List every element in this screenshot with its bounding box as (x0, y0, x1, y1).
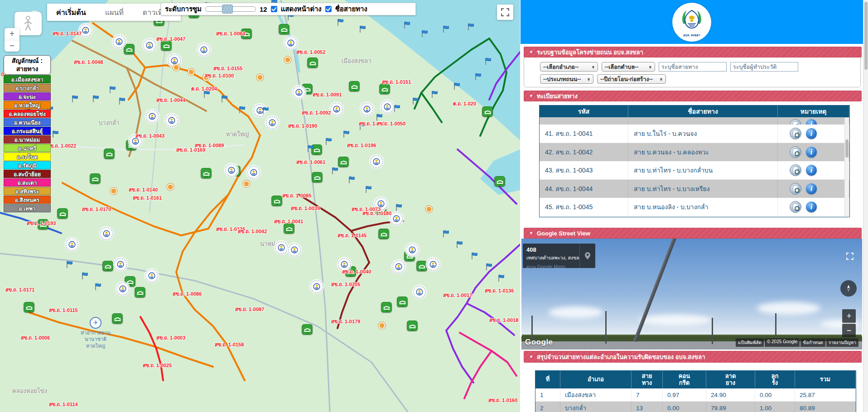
pao-emblem-marker[interactable] (427, 258, 440, 271)
pao-emblem-marker[interactable] (100, 227, 113, 240)
flag-marker[interactable] (72, 95, 78, 105)
flag-marker[interactable] (498, 274, 505, 284)
table-row[interactable]: 42. สข.ถ. 1-0042สาย บ.ควนจง - บ.คลองหวะi (540, 143, 849, 161)
subdistrict-select[interactable]: --เลือกตำบล--∨ (602, 62, 655, 72)
flag-marker[interactable] (412, 97, 419, 107)
bridge-marker[interactable] (201, 168, 212, 178)
table-row[interactable]: 43. สข.ถ. 1-0043สาย บ.ท่าไทร - บ.บางกล่ำ… (540, 161, 849, 180)
map-canvas[interactable]: สข.ถ. 1-0009สข.ถ. 1-0147สข.ถ. 1-0048สข.ถ… (0, 0, 520, 412)
flag-marker[interactable] (485, 57, 492, 67)
flag-marker[interactable] (421, 30, 428, 39)
flag-marker[interactable] (82, 272, 88, 282)
pao-emblem-marker[interactable] (392, 260, 405, 273)
show-window-checkbox[interactable] (271, 6, 277, 12)
accordion-summary[interactable]: ▼ สรุปจำนวนสายทางแต่ละอำเภอในความรับผิดช… (524, 351, 862, 363)
street-view-zoom-in-button[interactable]: + (842, 309, 856, 323)
road-type-select[interactable]: --ประเภทถนน--∨ (540, 74, 593, 84)
pao-emblem-marker[interactable] (288, 244, 301, 257)
button-map-view[interactable]: แผนที่ (105, 7, 124, 18)
flag-marker[interactable] (95, 283, 101, 292)
district-select[interactable]: --เลือกอำเภอ--∨ (540, 62, 598, 72)
accordion-filters[interactable]: ▼ ระบบฐานข้อมูลโครงข่ายถนน อบจ.สงขลา (524, 47, 862, 57)
pao-emblem-marker[interactable] (113, 35, 126, 48)
flag-marker[interactable] (221, 95, 228, 105)
pao-emblem-marker[interactable] (406, 244, 419, 257)
map-pin-icon[interactable] (579, 244, 595, 268)
bridge-marker[interactable] (135, 287, 145, 297)
pao-emblem-marker[interactable] (247, 166, 260, 179)
show-window-label[interactable]: แสดงหน้าต่าง (281, 4, 322, 14)
bridge-marker[interactable] (272, 196, 282, 206)
street-view-footer-link[interactable]: ข้อกำหนด (800, 338, 825, 347)
view-record-icon[interactable] (790, 146, 801, 158)
flag-marker[interactable] (307, 145, 314, 154)
flag-marker[interactable] (359, 25, 366, 35)
point-marker[interactable] (243, 181, 250, 187)
panel-scrollbar[interactable] (863, 0, 868, 412)
info-icon[interactable]: i (806, 119, 817, 125)
flag-marker[interactable] (404, 21, 410, 31)
flag-marker[interactable] (119, 97, 125, 107)
flag-marker[interactable] (52, 130, 59, 140)
point-marker[interactable] (379, 322, 386, 329)
bridge-marker[interactable] (397, 297, 408, 307)
info-icon[interactable]: i (806, 165, 817, 176)
pao-emblem-marker[interactable] (225, 164, 238, 177)
bridge-marker[interactable] (338, 157, 349, 167)
map-fullscreen-button[interactable] (497, 5, 513, 20)
street-view-footer-link[interactable]: รายงานปัญหา (826, 338, 858, 347)
table-row[interactable]: 44. สข.ถ. 1-0044สาย บ.ท่าไทร - บ.บางเหรี… (540, 180, 849, 198)
bridge-marker[interactable] (407, 321, 418, 331)
flag-marker[interactable] (92, 95, 99, 105)
bridge-marker[interactable] (312, 172, 323, 182)
flag-marker[interactable] (443, 230, 449, 240)
bridge-marker[interactable] (482, 106, 493, 117)
flag-marker[interactable] (337, 19, 344, 28)
pao-emblem-marker[interactable] (275, 241, 288, 254)
street-view-viewport[interactable]: 408 เทศบาลตำบลพะวง, สงขลา ดูบน Google Ma… (521, 239, 862, 350)
transfer-year-select[interactable]: --ปีถ่ายโอน-ก่อสร้าง--∨ (597, 74, 666, 84)
flag-marker[interactable] (395, 204, 402, 213)
table-scrollbar[interactable] (844, 118, 849, 217)
flag-marker[interactable] (348, 176, 355, 186)
button-default-view[interactable]: ค่าเริ่มต้น (56, 7, 86, 18)
street-view-footer-link[interactable]: แป้นพิมพ์ลัด (736, 338, 764, 347)
pao-emblem-marker[interactable] (285, 37, 298, 50)
point-marker[interactable] (257, 74, 264, 81)
bridge-marker[interactable] (24, 302, 34, 312)
view-record-icon[interactable] (790, 183, 801, 195)
pao-emblem-marker[interactable] (266, 116, 279, 129)
flag-marker[interactable] (475, 73, 482, 82)
info-icon[interactable]: i (806, 128, 817, 139)
info-icon[interactable]: i (806, 201, 817, 212)
road-name-input[interactable] (659, 62, 727, 72)
bridge-marker[interactable] (124, 44, 135, 54)
bridge-marker[interactable] (104, 149, 115, 159)
pao-emblem-marker[interactable] (381, 101, 394, 114)
street-view-footer-link[interactable]: © 2025 Google (765, 338, 800, 347)
flag-marker[interactable] (468, 23, 474, 33)
bridge-marker[interactable] (112, 313, 123, 324)
view-on-google-maps-link[interactable]: ดูบน Google Maps (526, 263, 576, 268)
flag-marker[interactable] (443, 25, 449, 35)
flag-marker[interactable] (394, 105, 400, 114)
flag-marker[interactable] (332, 167, 338, 177)
show-road-names-label[interactable]: ชื่อสายทาง (335, 4, 367, 14)
pao-emblem-marker[interactable] (145, 269, 159, 283)
map-zoom-out-button[interactable]: − (5, 40, 19, 52)
flag-marker[interactable] (239, 106, 246, 115)
bridge-marker[interactable] (103, 261, 113, 271)
pao-emblem-marker[interactable] (310, 280, 323, 293)
info-icon[interactable]: i (806, 183, 817, 194)
pao-emblem-marker[interactable] (116, 283, 130, 296)
zoom-slider[interactable] (205, 6, 256, 12)
flag-marker[interactable] (453, 82, 460, 92)
flag-marker[interactable] (486, 263, 492, 273)
point-marker[interactable] (167, 184, 174, 191)
accordion-street-view[interactable]: ▼ Google Street View (524, 228, 862, 239)
pao-emblem-marker[interactable] (413, 286, 426, 299)
table-row[interactable]: 41. สข.ถ. 1-0041สาย บ.ในไร่ - บ.ควนจงi (540, 125, 849, 143)
table-row[interactable]: 45. สข.ถ. 1-0045สาย บ.หนองลิง - บ.บางกล่… (540, 198, 849, 216)
bridge-marker[interactable] (495, 176, 505, 187)
pao-emblem-marker[interactable] (114, 258, 127, 271)
